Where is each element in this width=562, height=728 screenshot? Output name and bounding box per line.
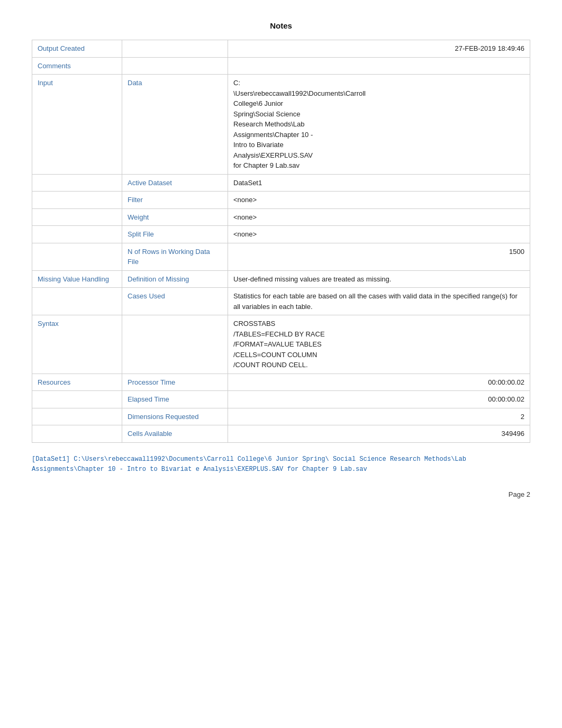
row-sub: Split File	[122, 226, 228, 243]
row-value: C:\Users\rebeccawall1992\Documents\Carro…	[228, 75, 530, 175]
row-sub	[122, 57, 228, 75]
row-value: User-defined missing values are treated …	[228, 270, 530, 288]
row-value: DataSet1	[228, 174, 530, 192]
table-row: Cases UsedStatistics for each table are …	[32, 288, 530, 315]
row-label: Syntax	[32, 315, 122, 374]
row-label	[32, 243, 122, 270]
table-row: Output Created27-FEB-2019 18:49:46	[32, 40, 530, 58]
row-value: Statistics for each table are based on a…	[228, 288, 530, 315]
table-row: Filter<none>	[32, 192, 530, 209]
row-sub: N of Rows in Working Data File	[122, 243, 228, 270]
row-label: Output Created	[32, 40, 122, 58]
row-sub: Elapsed Time	[122, 391, 228, 408]
row-value: <none>	[228, 192, 530, 209]
row-value: 00:00:00.02	[228, 391, 530, 408]
page-number: Page 2	[32, 490, 530, 498]
table-row: Elapsed Time00:00:00.02	[32, 391, 530, 408]
row-sub: Processor Time	[122, 374, 228, 391]
row-label	[32, 425, 122, 443]
row-sub: Cases Used	[122, 288, 228, 315]
row-value: CROSSTABS /TABLES=FECHLD BY RACE /FORMAT…	[228, 315, 530, 374]
row-value: 1500	[228, 243, 530, 270]
row-value: <none>	[228, 226, 530, 243]
row-label	[32, 192, 122, 209]
row-label: Resources	[32, 374, 122, 391]
row-sub	[122, 40, 228, 58]
row-label: Missing Value Handling	[32, 270, 122, 288]
table-row: InputDataC:\Users\rebeccawall1992\Docume…	[32, 75, 530, 175]
table-row: Missing Value HandlingDefinition of Miss…	[32, 270, 530, 288]
notes-table: Output Created27-FEB-2019 18:49:46Commen…	[32, 40, 530, 443]
row-label	[32, 288, 122, 315]
row-label	[32, 208, 122, 226]
row-value: 00:00:00.02	[228, 374, 530, 391]
row-sub: Active Dataset	[122, 174, 228, 192]
row-sub: Definition of Missing	[122, 270, 228, 288]
table-row: ResourcesProcessor Time00:00:00.02	[32, 374, 530, 391]
row-label	[32, 408, 122, 425]
row-value: 349496	[228, 425, 530, 443]
row-sub: Data	[122, 75, 228, 175]
table-row: Active DatasetDataSet1	[32, 174, 530, 192]
row-label: Input	[32, 75, 122, 175]
page-title: Notes	[32, 21, 530, 30]
table-row: SyntaxCROSSTABS /TABLES=FECHLD BY RACE /…	[32, 315, 530, 374]
row-value	[228, 57, 530, 75]
row-value: 2	[228, 408, 530, 425]
row-label	[32, 174, 122, 192]
code-block: [DataSet1] C:\Users\rebeccawall1992\Docu…	[32, 454, 530, 475]
table-row: Weight<none>	[32, 208, 530, 226]
table-row: Split File<none>	[32, 226, 530, 243]
row-sub: Cells Available	[122, 425, 228, 443]
row-label: Comments	[32, 57, 122, 75]
row-label	[32, 391, 122, 408]
row-value: 27-FEB-2019 18:49:46	[228, 40, 530, 58]
row-value: <none>	[228, 208, 530, 226]
row-sub: Filter	[122, 192, 228, 209]
table-row: Dimensions Requested2	[32, 408, 530, 425]
row-sub: Weight	[122, 208, 228, 226]
row-sub	[122, 315, 228, 374]
row-label	[32, 226, 122, 243]
row-sub: Dimensions Requested	[122, 408, 228, 425]
table-row: N of Rows in Working Data File1500	[32, 243, 530, 270]
table-row: Comments	[32, 57, 530, 75]
table-row: Cells Available349496	[32, 425, 530, 443]
